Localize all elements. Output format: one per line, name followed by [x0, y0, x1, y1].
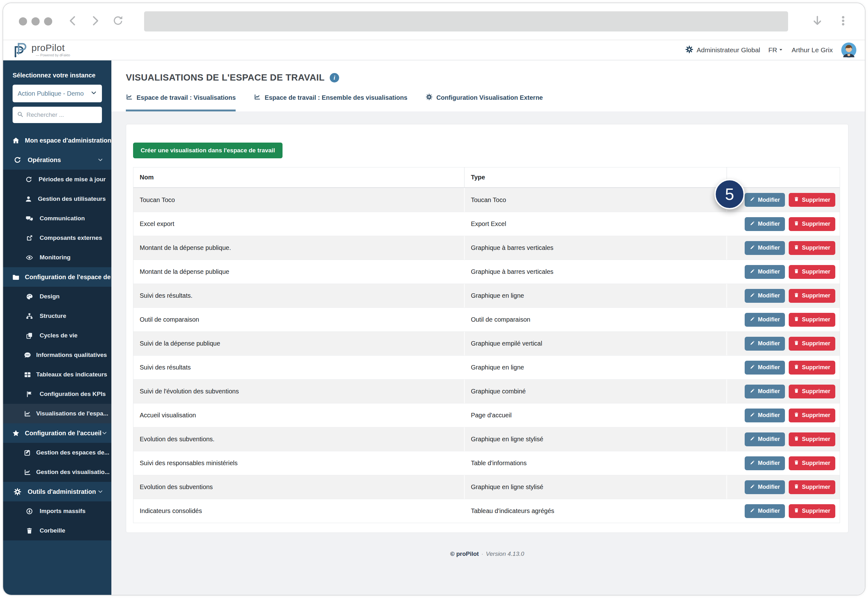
- modifier-button[interactable]: Modifier: [745, 289, 785, 303]
- modifier-button[interactable]: Modifier: [745, 313, 785, 327]
- sidebar-item-label: Structure: [40, 312, 66, 320]
- sidebar-item-informations-qualitatives[interactable]: Informations qualitatives: [3, 345, 111, 365]
- sidebar-item-monitoring[interactable]: Monitoring: [3, 248, 111, 267]
- supprimer-button[interactable]: Supprimer: [789, 241, 835, 255]
- row-actions: ModifierSupprimer: [726, 236, 840, 260]
- tab-bar: Espace de travail : VisualisationsEspace…: [126, 93, 850, 111]
- language-selector[interactable]: FR: [768, 46, 783, 54]
- modifier-button[interactable]: Modifier: [745, 241, 785, 255]
- sidebar-item-configuration-des-kpis[interactable]: Configuration des KPIs: [3, 384, 111, 404]
- supprimer-button[interactable]: Supprimer: [789, 337, 835, 351]
- modifier-button[interactable]: Modifier: [745, 456, 785, 470]
- window-controls[interactable]: [19, 17, 52, 25]
- window-dot[interactable]: [44, 17, 52, 25]
- modifier-button[interactable]: Modifier: [745, 361, 785, 375]
- pencil-icon: [750, 436, 755, 443]
- sidebar-item-label: Opérations: [28, 156, 61, 164]
- column-header-actions: [726, 167, 840, 187]
- tab-espace-de-travail-visualisations[interactable]: Espace de travail : Visualisations: [126, 93, 236, 111]
- sidebar-item-gestion-des-utilisateurs[interactable]: Gestion des utilisateurs: [3, 189, 111, 209]
- create-visualisation-button[interactable]: Créer une visualisation dans l'espace de…: [133, 143, 282, 158]
- modifier-button[interactable]: Modifier: [745, 432, 785, 446]
- info-icon[interactable]: i: [330, 73, 339, 82]
- role-menu[interactable]: Administrateur Global: [685, 45, 760, 55]
- chart-line-icon: [126, 93, 133, 102]
- address-bar[interactable]: [144, 11, 788, 31]
- comments-icon: [24, 215, 34, 222]
- window-dot[interactable]: [19, 17, 27, 25]
- propilot-logo[interactable]: proPilot — Powered by dFakto: [11, 42, 70, 58]
- logo-name: proPilot: [31, 43, 70, 52]
- sidebar-item-configuration-de-l-espace-de[interactable]: Configuration de l'espace de ...: [3, 267, 111, 287]
- user-icon: [24, 196, 33, 203]
- content: Créer une visualisation dans l'espace de…: [111, 111, 865, 595]
- search-input[interactable]: [27, 111, 97, 118]
- sidebar-item-label: Communication: [40, 215, 85, 222]
- trash-icon: [794, 340, 799, 347]
- avatar[interactable]: [841, 42, 857, 58]
- modifier-button[interactable]: Modifier: [745, 217, 785, 231]
- refresh-icon[interactable]: [112, 15, 124, 28]
- supprimer-button[interactable]: Supprimer: [789, 265, 835, 279]
- kebab-menu-icon[interactable]: [837, 15, 849, 28]
- supprimer-button[interactable]: Supprimer: [789, 432, 835, 446]
- sidebar-item-visualisations-de-l-espa[interactable]: Visualisations de l'espa...: [3, 404, 111, 423]
- back-icon[interactable]: [67, 15, 79, 28]
- modifier-button[interactable]: Modifier: [745, 480, 785, 494]
- tab-configuration-visualisation-externe[interactable]: Configuration Visualisation Externe: [426, 93, 543, 111]
- pencil-icon: [750, 412, 755, 419]
- sidebar-submenu: DesignStructureCycles de vieInformations…: [3, 287, 111, 423]
- row-actions: ModifierSupprimer: [726, 428, 840, 451]
- sidebar-item-label: Gestion des espaces de...: [36, 449, 109, 456]
- table-row: Indicateurs consolidésTableau d'indicate…: [133, 499, 840, 523]
- sidebar-item-gestion-des-espaces-de[interactable]: Gestion des espaces de...: [3, 443, 111, 462]
- chevron-down-icon: [97, 489, 103, 495]
- sidebar-item-outils-d-administration[interactable]: Outils d'administration: [3, 482, 111, 501]
- sidebar-item-mon-espace-d-administration[interactable]: Mon espace d'administration: [3, 131, 111, 150]
- row-type: Graphique à barres verticales: [464, 236, 726, 260]
- sidebar-item-communication[interactable]: Communication: [3, 209, 111, 228]
- download-icon[interactable]: [811, 15, 823, 28]
- supprimer-button[interactable]: Supprimer: [789, 193, 835, 207]
- sidebar-item-gestion-des-visualisatio[interactable]: Gestion des visualisatio...: [3, 462, 111, 482]
- supprimer-button[interactable]: Supprimer: [789, 384, 835, 398]
- supprimer-button[interactable]: Supprimer: [789, 456, 835, 470]
- sidebar-item-structure[interactable]: Structure: [3, 306, 111, 326]
- sync-icon: [12, 156, 22, 164]
- modifier-button[interactable]: Modifier: [745, 193, 785, 207]
- sidebar-item-cycles-de-vie[interactable]: Cycles de vie: [3, 326, 111, 345]
- sidebar-item-label: Configuration de l'espace de ...: [25, 274, 111, 281]
- main-area: VISUALISATIONS DE L'ESPACE DE TRAVAIL i …: [111, 60, 865, 595]
- sidebar-item-operations[interactable]: Opérations: [3, 150, 111, 170]
- row-name: Montant de la dépense publique: [133, 268, 464, 275]
- chart-line-icon: [24, 469, 31, 476]
- role-label: Administrateur Global: [696, 46, 760, 54]
- supprimer-button[interactable]: Supprimer: [789, 217, 835, 231]
- sidebar-item-imports-massifs[interactable]: Imports massifs: [3, 501, 111, 521]
- sidebar-item-periodes-de-mise-a-jour[interactable]: Périodes de mise à jour: [3, 170, 111, 189]
- modifier-button[interactable]: Modifier: [745, 408, 785, 422]
- instance-select[interactable]: Action Publique - Demo: [13, 85, 102, 102]
- modifier-button[interactable]: Modifier: [745, 504, 785, 518]
- supprimer-button[interactable]: Supprimer: [789, 480, 835, 494]
- modifier-button[interactable]: Modifier: [745, 265, 785, 279]
- supprimer-button[interactable]: Supprimer: [789, 361, 835, 375]
- sidebar-item-composants-externes[interactable]: Composants externes: [3, 228, 111, 248]
- forward-icon[interactable]: [89, 15, 101, 28]
- sidebar-item-corbeille[interactable]: Corbeille: [3, 521, 111, 540]
- sidebar-item-design[interactable]: Design: [3, 287, 111, 306]
- tab-espace-de-travail-ensemble-des-visualisations[interactable]: Espace de travail : Ensemble des visuali…: [254, 93, 407, 111]
- modifier-button[interactable]: Modifier: [745, 337, 785, 351]
- browser-window: proPilot — Powered by dFakto Administrat…: [3, 3, 865, 595]
- sidebar-item-tableaux-des-indicateurs[interactable]: Tableaux des indicateurs: [3, 365, 111, 384]
- trash-icon: [794, 221, 799, 227]
- supprimer-button[interactable]: Supprimer: [789, 313, 835, 327]
- sidebar-item-label: Informations qualitatives: [36, 351, 107, 359]
- modifier-button[interactable]: Modifier: [745, 384, 785, 398]
- supprimer-button[interactable]: Supprimer: [789, 408, 835, 422]
- sidebar-item-configuration-de-l-accueil[interactable]: Configuration de l'accueil: [3, 423, 111, 443]
- row-type: Graphique en ligne: [464, 356, 726, 379]
- window-dot[interactable]: [31, 17, 40, 25]
- supprimer-button[interactable]: Supprimer: [789, 504, 835, 518]
- supprimer-button[interactable]: Supprimer: [789, 289, 835, 303]
